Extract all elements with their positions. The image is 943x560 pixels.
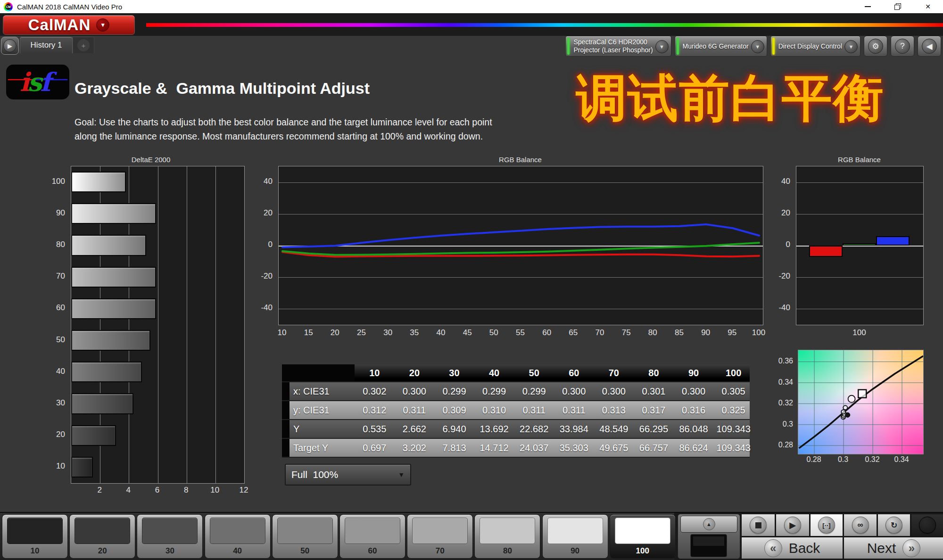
pattern-swatch-70[interactable]: 70: [407, 514, 473, 559]
table-row-edge: [282, 382, 290, 400]
table-cell[interactable]: 0.299: [434, 382, 474, 400]
restore-button[interactable]: [883, 0, 913, 13]
table-cell[interactable]: 7.813: [434, 439, 474, 457]
device-label: Direct Display Control: [778, 42, 842, 50]
meter-dropdown[interactable]: SpectraCal C6 HDR2000Projector (Laser Ph…: [565, 36, 671, 57]
table-cell[interactable]: 0.313: [594, 401, 634, 419]
table-cell[interactable]: 66.295: [634, 420, 674, 438]
table-cell[interactable]: 6.940: [434, 420, 474, 438]
pattern-swatch-60[interactable]: 60: [339, 514, 405, 559]
gridline: [796, 182, 923, 183]
deltae-bar-70: [71, 267, 156, 288]
collapse-panel-button[interactable]: ◀: [918, 36, 941, 57]
table-cell[interactable]: 22.682: [514, 420, 554, 438]
close-button[interactable]: ✕: [913, 0, 943, 13]
red-balance-bar: [809, 246, 843, 257]
table-cell[interactable]: 13.692: [474, 420, 514, 438]
pattern-swatch-100[interactable]: 100: [610, 514, 676, 559]
chevrons-left-icon: «: [764, 539, 782, 557]
table-cell[interactable]: 49.675: [594, 439, 634, 457]
settings-button[interactable]: ⚙: [864, 36, 887, 57]
arrow-up-icon: ▲: [703, 518, 715, 530]
rgb-balance-line-chart: [278, 166, 763, 325]
pattern-swatch-20[interactable]: 20: [69, 514, 135, 559]
table-cell[interactable]: 0.299: [474, 382, 514, 400]
generator-dropdown[interactable]: Murideo 6G Generator▼: [675, 36, 767, 57]
table-row-edge: [282, 401, 290, 419]
table-cell[interactable]: 109.343: [713, 439, 753, 457]
table-corner: [282, 364, 290, 381]
display-control-dropdown[interactable]: Direct Display Control▼: [770, 36, 860, 57]
deltae-bar-90: [71, 203, 156, 224]
stop-button[interactable]: [741, 514, 775, 536]
pattern-swatch-10[interactable]: 10: [2, 514, 68, 559]
table-cell[interactable]: 0.316: [674, 401, 714, 419]
table-cell[interactable]: 0.309: [434, 401, 474, 419]
table-cell[interactable]: 24.037: [514, 439, 554, 457]
measure-button[interactable]: [··]: [810, 514, 843, 536]
table-cell[interactable]: 0.300: [395, 382, 435, 400]
swatch-label: 80: [475, 546, 540, 556]
table-cell[interactable]: 35.303: [554, 439, 594, 457]
table-cell[interactable]: 86.048: [674, 420, 714, 438]
y-tick-label: 20: [264, 208, 273, 218]
table-cell[interactable]: 0.299: [514, 382, 554, 400]
pattern-swatch-80[interactable]: 80: [474, 514, 540, 559]
table-cell[interactable]: 0.535: [355, 420, 395, 438]
calman-menu-button[interactable]: CalMAN ▼: [3, 15, 135, 35]
table-cell[interactable]: 66.757: [634, 439, 674, 457]
pattern-swatch-30[interactable]: 30: [137, 514, 203, 559]
gridline: [215, 166, 216, 483]
table-cell[interactable]: 0.311: [514, 401, 554, 419]
tab-history-1[interactable]: History 1: [20, 37, 73, 53]
minimize-button[interactable]: [852, 0, 883, 13]
extra-transport-button[interactable]: [911, 514, 943, 536]
back-label: Back: [789, 540, 820, 556]
app-window: CM CalMAN 2018 CalMAN Video Pro ✕ CalMAN…: [0, 0, 943, 560]
table-cell[interactable]: 0.302: [355, 382, 395, 400]
pattern-level-select[interactable]: Full 100% ▼: [285, 464, 411, 486]
device-label: Projector (Laser Phosphor): [573, 46, 653, 54]
table-cell[interactable]: 48.549: [594, 420, 634, 438]
table-cell[interactable]: 109.343: [713, 420, 753, 438]
restore-icon: [894, 3, 901, 10]
table-cell[interactable]: 0.697: [355, 439, 395, 457]
next-button[interactable]: Next »: [844, 537, 943, 559]
refresh-button[interactable]: ↻: [877, 514, 910, 536]
x-tick-label: 80: [645, 328, 660, 338]
continuous-measure-button[interactable]: ∞: [844, 514, 877, 536]
table-cell[interactable]: 0.310: [474, 401, 514, 419]
table-cell[interactable]: 0.311: [554, 401, 594, 419]
swatch-color: [412, 518, 468, 544]
table-cell[interactable]: 2.662: [395, 420, 435, 438]
table-cell[interactable]: 86.624: [674, 439, 714, 457]
tab-scroll-button[interactable]: ▶: [1, 37, 19, 55]
table-cell[interactable]: 0.300: [554, 382, 594, 400]
back-button[interactable]: « Back: [741, 537, 843, 559]
goal-text: Goal: Use the charts to adjust both the …: [74, 115, 492, 143]
pattern-swatch-50[interactable]: 50: [272, 514, 338, 559]
table-cell[interactable]: 0.305: [713, 382, 753, 400]
help-button[interactable]: ?: [891, 36, 914, 57]
table-header-label: [290, 364, 355, 381]
pattern-level-value: Full 100%: [291, 469, 338, 480]
table-cell[interactable]: 33.984: [554, 420, 594, 438]
table-cell[interactable]: 0.317: [634, 401, 674, 419]
table-row: Target Y0.6973.2027.81314.71224.03735.30…: [282, 439, 750, 457]
table-cell[interactable]: 0.301: [634, 382, 674, 400]
table-cell[interactable]: 3.202: [395, 439, 435, 457]
swatch-color: [615, 518, 670, 544]
table-cell[interactable]: 0.325: [713, 401, 753, 419]
pattern-swatch-40[interactable]: 40: [205, 514, 271, 559]
pattern-window-collapse-button[interactable]: ▲: [680, 516, 737, 533]
pattern-swatch-90[interactable]: 90: [542, 514, 608, 559]
table-cell[interactable]: 0.300: [674, 382, 714, 400]
table-cell[interactable]: 14.712: [474, 439, 514, 457]
table-cell[interactable]: 0.312: [355, 401, 395, 419]
pattern-window-preview[interactable]: [690, 534, 727, 557]
play-button[interactable]: ▶: [776, 514, 810, 536]
add-tab-button[interactable]: +: [73, 37, 94, 53]
table-cell[interactable]: 0.311: [395, 401, 435, 419]
table-cell[interactable]: 0.300: [594, 382, 634, 400]
gridline: [244, 166, 245, 483]
